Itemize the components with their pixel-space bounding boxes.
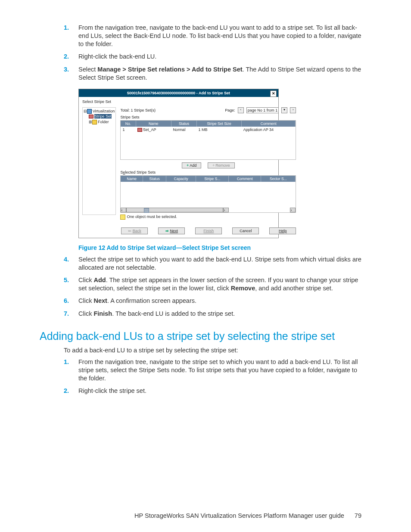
stripe-sets-label: Stripe Sets	[120, 115, 296, 119]
back-button[interactable]: ⬅ Back	[121, 227, 148, 234]
warning-icon	[120, 215, 125, 220]
scroll-left-icon[interactable]: ‹	[121, 208, 126, 212]
total-label: Total: 1 Stripe Set(s)	[120, 108, 156, 112]
nav-tree[interactable]: ⊟Virtualization Stripe Set ⊞Folder	[82, 107, 116, 215]
step-num: 1.	[64, 24, 69, 32]
stripe-sets-table[interactable]: No.NameStatusStripe Set SizeComment 1 Se…	[120, 120, 296, 160]
step-text: Right-click the back-end LU.	[78, 53, 156, 60]
scrollbar[interactable]: ‹ › ›	[121, 208, 296, 212]
step-text: From the navigation tree, navigate to th…	[78, 24, 361, 47]
page-next-button[interactable]: ›	[290, 107, 296, 113]
selected-label: Selected Stripe Sets	[120, 170, 296, 174]
add-button[interactable]: +Add	[182, 162, 201, 168]
finish-button[interactable]: Finish	[195, 227, 222, 234]
step-num: 3.	[64, 65, 69, 74]
step-num: 2.	[64, 53, 69, 61]
step-text: Select Manage > Stripe Set relations > A…	[78, 66, 361, 81]
steps-b: 4.Select the stripe set to which you wan…	[40, 255, 361, 318]
wizard-titlebar: 50001fe1500796403000000000000000 - Add t…	[79, 89, 278, 97]
steps-a: 1.From the navigation tree, navigate to …	[40, 24, 361, 82]
page-field[interactable]: page No 1 from 1	[246, 107, 279, 113]
cancel-button[interactable]: Cancel	[232, 227, 259, 234]
wizard-screenshot: 50001fe1500796403000000000000000 - Add t…	[78, 89, 279, 238]
help-button[interactable]: Help	[269, 227, 296, 234]
scroll-right-icon[interactable]: ›	[290, 208, 296, 212]
page-label: Page:	[225, 108, 235, 112]
warning-message: One object must be selected.	[120, 215, 296, 220]
section-intro: To add a back-end LU to a stripe set by …	[64, 347, 361, 354]
page-dropdown-button[interactable]: ▾	[281, 107, 287, 113]
page-prev-button[interactable]: ‹	[238, 107, 244, 113]
next-button[interactable]: ➡ Next	[158, 227, 185, 234]
disk-icon	[137, 128, 142, 132]
remove-button[interactable]: +Remove	[208, 162, 235, 168]
table-row[interactable]: 1 Set_AP Normal 1 MB Application AP 34	[121, 127, 296, 133]
steps-c: 1.From the navigation tree, navigate to …	[40, 358, 361, 395]
figure-caption: Figure 12 Add to Stripe Set wizard—Selec…	[78, 244, 361, 251]
page-footer: HP StorageWorks SAN Virtualization Servi…	[134, 512, 361, 519]
selected-table[interactable]: NameStatusCapacityStripe S...CommentSect…	[120, 175, 296, 213]
wizard-title: 50001fe1500796403000000000000000 - Add t…	[127, 91, 230, 95]
close-icon[interactable]: ✕	[270, 90, 277, 97]
section-heading: Adding back-end LUs to a stripe set by s…	[40, 330, 361, 342]
wizard-step-label: Select Stripe Set	[82, 100, 275, 104]
scroll-right-icon[interactable]: ›	[223, 208, 229, 212]
